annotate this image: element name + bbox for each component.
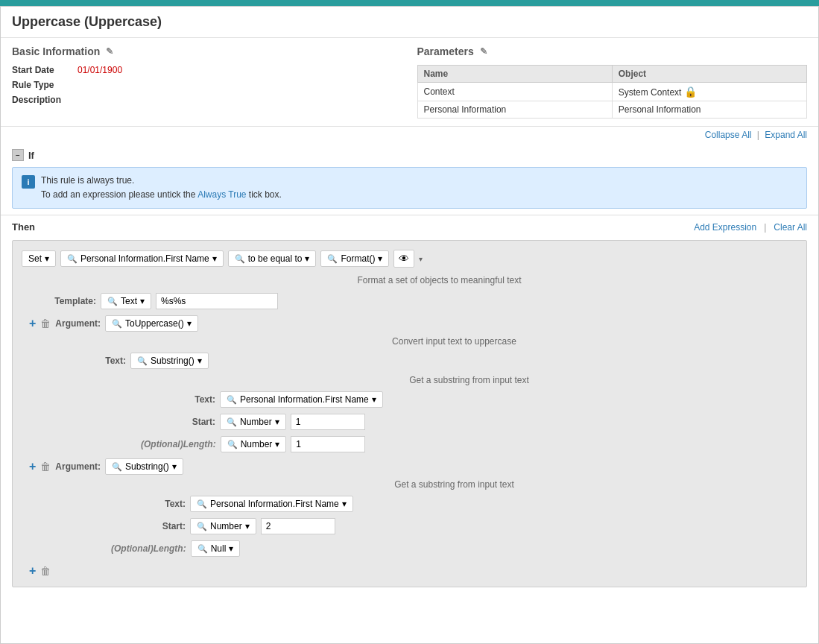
condition-dropdown[interactable]: 🔍 to be equal to ▾ [228, 250, 317, 267]
cond-search-icon: 🔍 [235, 254, 245, 264]
arg2-length-type-dropdown[interactable]: 🔍 Null ▾ [191, 540, 241, 557]
then-label: Then [12, 221, 35, 233]
arg2-lt-search-icon: 🔍 [197, 544, 208, 554]
arg2-start-label: Start: [111, 521, 186, 531]
arg1-text-func-dropdown[interactable]: 🔍 Substring() ▾ [130, 353, 209, 369]
bottom-btns-row: + 🗑 [22, 564, 797, 578]
bottom-plus-btn[interactable]: + [29, 564, 36, 578]
arg2-nested-text-dropdown[interactable]: 🔍 Personal Information.First Name ▾ [190, 496, 353, 512]
arg2-length-type: Null [211, 543, 227, 554]
if-header: − If [12, 149, 807, 161]
eye-button[interactable]: 👁 [393, 250, 414, 268]
field-arrow: ▾ [212, 253, 217, 264]
arg1-length-type: Number [241, 439, 273, 449]
then-separator: | [764, 222, 766, 233]
arg2-nt-search-icon: 🔍 [197, 499, 207, 509]
expr-top-row: Set ▾ 🔍 Personal Information.First Name … [22, 250, 797, 268]
expand-all-link[interactable]: Expand All [765, 130, 807, 140]
eye-arrow: ▾ [419, 255, 423, 263]
argument2-plus[interactable]: + [29, 460, 36, 473]
content-area: Basic Information ✎ Start Date 01/01/190… [1, 38, 818, 127]
then-actions: Add Expression | Clear All [694, 222, 807, 233]
always-true-text2-prefix: To add an expression please untick the [41, 189, 197, 200]
parameters-label: Parameters [417, 45, 474, 57]
argument1-func-arrow: ▾ [187, 318, 192, 329]
field-dropdown[interactable]: 🔍 Personal Information.First Name ▾ [60, 250, 224, 267]
arg1-start-type-dropdown[interactable]: 🔍 Number ▾ [220, 414, 286, 430]
info-icon: i [22, 175, 35, 189]
if-collapse-button[interactable]: − [12, 149, 24, 161]
func-search-icon: 🔍 [327, 254, 338, 264]
function-dropdown[interactable]: 🔍 Format() ▾ [320, 250, 389, 267]
page-title: Uppercase (Uppercase) [1, 7, 818, 38]
rule-type-label: Rule Type [12, 80, 72, 90]
param-context-name: Context [417, 83, 612, 101]
argument1-func-dropdown[interactable]: 🔍 ToUppercase() ▾ [105, 315, 198, 332]
always-true-link[interactable]: Always True [197, 189, 246, 200]
arg1-start-input[interactable] [291, 414, 365, 430]
rule-type-row: Rule Type [12, 80, 402, 90]
always-true-text2-suffix: tick box. [247, 189, 282, 200]
argument1-func-label: ToUppercase() [125, 318, 184, 329]
arg1-length-label: (Optional)Length: [141, 439, 216, 449]
col-object: Object [612, 66, 806, 83]
separator: | [757, 130, 759, 140]
template-value-input[interactable] [156, 293, 278, 309]
arg1-length-arrow: ▾ [275, 439, 279, 449]
template-type-dropdown[interactable]: 🔍 Text ▾ [101, 293, 151, 309]
argument2-func-arrow: ▾ [172, 461, 177, 472]
arg1-text-func-arrow: ▾ [197, 356, 202, 366]
template-label: Template: [37, 296, 96, 306]
arg2-start-input[interactable] [261, 518, 335, 534]
arg1-start-type: Number [240, 417, 272, 427]
arg1-length-row: (Optional)Length: 🔍 Number ▾ [22, 436, 797, 452]
basic-info-edit-icon[interactable]: ✎ [106, 46, 113, 57]
condition-arrow: ▾ [305, 253, 309, 264]
argument2-row: + 🗑 Argument: 🔍 Substring() ▾ [22, 458, 797, 475]
param-personal-object: Personal Information [612, 101, 806, 119]
condition-label: to be equal to [248, 253, 303, 264]
arg1-start-label: Start: [141, 417, 215, 427]
arg2-length-row: (Optional)Length: 🔍 Null ▾ [22, 540, 797, 557]
arg1-nested-text-dropdown[interactable]: 🔍 Personal Information.First Name ▾ [220, 391, 383, 408]
argument2-func-dropdown[interactable]: 🔍 Substring() ▾ [105, 458, 183, 475]
argument2-func-label: Substring() [125, 461, 169, 472]
param-row-context: Context System Context 🔒 [417, 83, 807, 101]
description-row: Description [12, 95, 402, 105]
arg1-length-type-dropdown[interactable]: 🔍 Number ▾ [221, 436, 287, 452]
collapse-all-link[interactable]: Collapse All [705, 130, 752, 140]
template-type-label: Text [121, 296, 137, 306]
collapse-expand-bar: Collapse All | Expand All [1, 127, 818, 143]
arg1-nt-search-icon: 🔍 [227, 395, 237, 405]
tmpl-search-icon: 🔍 [107, 297, 118, 306]
always-true-info-box: i This rule is always true. To add an ex… [12, 167, 807, 209]
arg1-length-input[interactable] [291, 436, 365, 452]
arg1-nested-text-row: Text: 🔍 Personal Information.First Name … [22, 391, 797, 408]
clear-all-link[interactable]: Clear All [774, 222, 807, 233]
set-dropdown[interactable]: Set ▾ [22, 250, 56, 267]
then-section: Then Add Expression | Clear All Set ▾ 🔍 … [1, 215, 818, 593]
arg1-nested-text-label: Text: [141, 394, 215, 405]
function-arrow: ▾ [378, 253, 382, 264]
template-row: Template: 🔍 Text ▾ [22, 293, 797, 309]
bottom-trash-btn[interactable]: 🗑 [40, 565, 51, 577]
param-context-object: System Context 🔒 [612, 83, 806, 101]
argument1-trash[interactable]: 🗑 [40, 318, 51, 329]
parameters-edit-icon[interactable]: ✎ [480, 46, 487, 57]
arg2-nested-text-val: Personal Information.First Name [210, 499, 339, 509]
arg1-st-search-icon: 🔍 [227, 417, 237, 427]
argument1-plus[interactable]: + [29, 317, 36, 330]
argument2-trash[interactable]: 🗑 [40, 461, 51, 473]
add-expression-link[interactable]: Add Expression [694, 222, 756, 233]
arg1-text-label: Text: [66, 356, 126, 366]
param-row-personal: Personal Information Personal Informatio… [417, 101, 807, 119]
parameters-header: Parameters ✎ [417, 45, 808, 57]
arg2-start-type-dropdown[interactable]: 🔍 Number ▾ [190, 518, 256, 534]
argument1-label: Argument: [55, 318, 101, 329]
arg1-sub-description: Get a substring from input text [22, 375, 797, 385]
basic-info-label: Basic Information [12, 45, 100, 57]
function-label: Format() [341, 253, 375, 264]
arg2-nested-text-row: Text: 🔍 Personal Information.First Name … [22, 496, 797, 512]
start-date-row: Start Date 01/01/1900 [12, 65, 402, 75]
if-label: If [28, 150, 34, 161]
